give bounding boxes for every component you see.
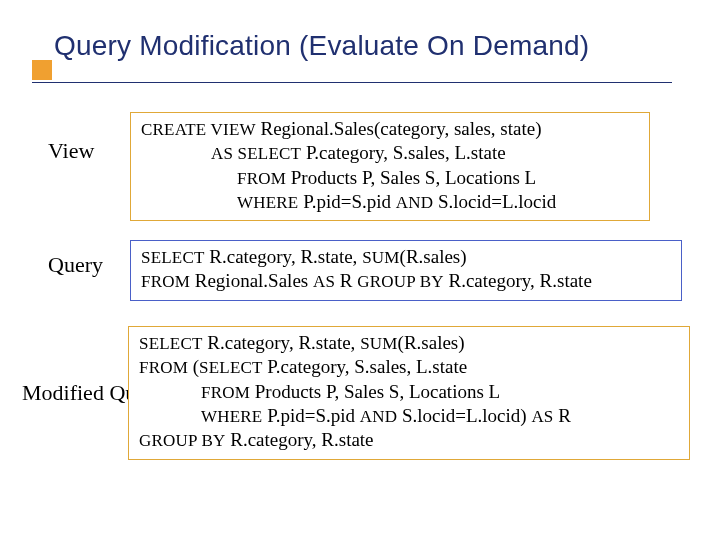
- view-w1: P.pid=S.pid: [298, 191, 395, 212]
- view-label: View: [48, 112, 118, 164]
- kw-select-3: SELECT: [199, 358, 263, 377]
- kw-from: FROM: [237, 169, 286, 188]
- kw-as-2: AS: [313, 272, 335, 291]
- kw-select-2: SELECT: [139, 334, 203, 353]
- kw-sum: SUM: [362, 248, 399, 267]
- m-grp: R.category, R.state: [225, 429, 373, 450]
- query-codebox: SELECT R.category, R.state, SUM(R.sales)…: [130, 240, 682, 301]
- slide-title-block: Query Modification (Evaluate On Demand): [32, 30, 700, 62]
- q-sel-b: (R.sales): [400, 246, 467, 267]
- modified-label: Modified Query: [22, 380, 116, 405]
- q-from-b: R: [335, 270, 357, 291]
- kw-from-2: FROM: [141, 272, 190, 291]
- q-sel-a: R.category, R.state,: [205, 246, 363, 267]
- kw-from-3: FROM: [139, 358, 188, 377]
- kw-and: AND: [396, 193, 433, 212]
- kw-where-2: WHERE: [201, 407, 262, 426]
- view-w2: S.locid=L.locid: [433, 191, 556, 212]
- slide-title: Query Modification (Evaluate On Demand): [32, 30, 700, 62]
- modified-query-row: Modified Query SELECT R.category, R.stat…: [22, 326, 690, 460]
- modified-codebox: SELECT R.category, R.state, SUM(R.sales)…: [128, 326, 690, 460]
- view-name: Regional.Sales(category, sales, state): [256, 118, 542, 139]
- query-label: Query: [48, 240, 118, 278]
- kw-as-select: AS SELECT: [211, 144, 301, 163]
- view-cols: P.category, S.sales, L.state: [301, 142, 506, 163]
- view-codebox: CREATE VIEW Regional.Sales(category, sal…: [130, 112, 650, 221]
- kw-select: SELECT: [141, 248, 205, 267]
- kw-as-3: AS: [531, 407, 553, 426]
- m-sub-w2: S.locid=L.locid): [397, 405, 531, 426]
- m-sub-w1: P.pid=S.pid: [262, 405, 359, 426]
- kw-sum-2: SUM: [360, 334, 397, 353]
- kw-and-2: AND: [360, 407, 397, 426]
- m-sel-b: (R.sales): [398, 332, 465, 353]
- kw-create-view: CREATE VIEW: [141, 120, 256, 139]
- accent-square-icon: [32, 60, 52, 80]
- view-tables: Products P, Sales S, Locations L: [286, 167, 536, 188]
- q-grp: R.category, R.state: [444, 270, 592, 291]
- m-open: (: [188, 356, 199, 377]
- m-sub-cols: P.category, S.sales, L.state: [263, 356, 468, 377]
- kw-groupby: GROUP BY: [357, 272, 443, 291]
- kw-groupby-2: GROUP BY: [139, 431, 225, 450]
- m-sub-tables: Products P, Sales S, Locations L: [250, 381, 500, 402]
- kw-where: WHERE: [237, 193, 298, 212]
- kw-from-4: FROM: [201, 383, 250, 402]
- query-row: Query SELECT R.category, R.state, SUM(R.…: [48, 240, 682, 301]
- view-row: View CREATE VIEW Regional.Sales(category…: [48, 112, 650, 221]
- m-as-r: R: [554, 405, 571, 426]
- title-underline: [32, 82, 672, 83]
- q-from-a: Regional.Sales: [190, 270, 313, 291]
- m-sel-a: R.category, R.state,: [203, 332, 361, 353]
